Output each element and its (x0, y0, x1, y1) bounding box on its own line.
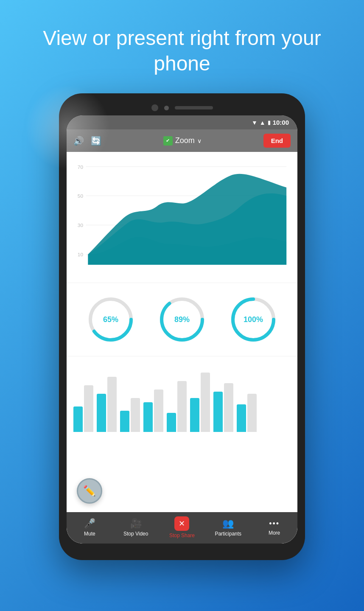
mute-label: Mute (84, 531, 95, 537)
nav-item-more[interactable]: ••• More (258, 519, 291, 536)
mute-icon: 🎤 (84, 518, 95, 529)
donut-section: 65% 89% 100% (67, 286, 297, 353)
svg-text:30: 30 (78, 222, 84, 228)
nav-item-mute[interactable]: 🎤 Mute (73, 518, 106, 537)
bar-gray (201, 373, 210, 432)
section-divider (67, 283, 297, 283)
bar-chart (73, 364, 291, 432)
bar-group-1 (73, 385, 93, 432)
participants-label: Participants (215, 531, 241, 537)
donut-chart-100: 100% (228, 294, 279, 345)
bar-gray (224, 383, 233, 432)
bar-chart-section: ✏️ (67, 360, 297, 512)
bar-group-4 (143, 390, 163, 432)
nav-item-stop-video[interactable]: 🎥 Stop Video (119, 518, 153, 537)
camera-flip-icon[interactable]: 🔄 (91, 136, 101, 146)
svg-text:10: 10 (78, 252, 84, 258)
bar-gray (177, 381, 187, 432)
phone-camera-small (164, 106, 169, 110)
bottom-nav: 🎤 Mute 🎥 Stop Video ✕ Stop Share (67, 512, 297, 544)
more-label: More (269, 530, 280, 536)
donut-chart-89: 89% (157, 294, 207, 345)
video-icon: 🎥 (130, 518, 142, 529)
end-button[interactable]: End (263, 134, 291, 148)
battery-icon: ▮ (268, 119, 271, 126)
bar-group-8 (237, 394, 257, 432)
bar-gray (154, 390, 163, 432)
speaker-icon[interactable]: 🔊 (73, 136, 84, 146)
meeting-toolbar: 🔊 🔄 ✔ Zoom ∨ End (67, 129, 297, 152)
status-time: 10:00 (273, 119, 289, 126)
bar-gray (107, 377, 117, 432)
bar-teal (167, 413, 176, 432)
bar-teal (143, 402, 153, 432)
bar-group-6 (190, 373, 210, 432)
zoom-brand[interactable]: ✔ Zoom ∨ (163, 136, 202, 146)
phone-screen: ▼ ▲ ▮ 10:00 🔊 🔄 ✔ Zoom ∨ End 70 (67, 115, 297, 544)
bar-group-3 (120, 398, 140, 432)
bar-teal (73, 406, 83, 432)
wifi-icon: ▼ (252, 119, 258, 126)
phone-frame: ▼ ▲ ▮ 10:00 🔊 🔄 ✔ Zoom ∨ End 70 (59, 93, 305, 560)
chevron-down-icon: ∨ (197, 137, 202, 144)
participants-icon: 👥 (222, 518, 234, 529)
bar-teal (97, 394, 106, 432)
edit-fab-button[interactable]: ✏️ (77, 478, 102, 504)
stop-share-label: Stop Share (169, 533, 195, 538)
pencil-icon: ✏️ (83, 485, 96, 497)
area-chart-svg: 70 50 30 10 (73, 156, 291, 277)
zoom-label: Zoom (175, 136, 195, 145)
stop-share-icon-wrap: ✕ (174, 516, 189, 531)
bar-gray (247, 394, 257, 432)
stop-share-icon: ✕ (179, 519, 185, 528)
area-chart: 70 50 30 10 (67, 152, 297, 279)
bar-gray (84, 385, 93, 432)
status-bar: ▼ ▲ ▮ 10:00 (67, 115, 297, 129)
donut-chart-65: 65% (85, 294, 136, 345)
hero-title: View or present right from your phone (0, 25, 364, 76)
nav-item-stop-share[interactable]: ✕ Stop Share (165, 516, 199, 538)
donut-label-89: 89% (174, 315, 190, 324)
bar-group-7 (213, 383, 233, 432)
phone-speaker (175, 106, 213, 109)
more-icon: ••• (269, 519, 280, 528)
phone-top-hardware (67, 101, 297, 115)
bar-gray (131, 398, 140, 432)
bar-teal (237, 404, 246, 432)
bar-teal (190, 398, 199, 432)
stop-video-label: Stop Video (123, 531, 148, 537)
zoom-shield-icon: ✔ (163, 136, 173, 146)
signal-icon: ▲ (260, 119, 266, 126)
svg-text:50: 50 (78, 193, 84, 199)
bar-group-2 (97, 377, 117, 432)
donut-label-100: 100% (244, 315, 263, 324)
content-area: 70 50 30 10 (67, 152, 297, 544)
status-icons: ▼ ▲ ▮ 10:00 (252, 119, 289, 126)
svg-text:70: 70 (78, 164, 84, 170)
bar-teal (213, 392, 223, 432)
donut-label-65: 65% (103, 315, 118, 324)
bar-group-5 (167, 381, 187, 432)
phone-camera-left (151, 104, 158, 111)
nav-item-participants[interactable]: 👥 Participants (211, 518, 245, 537)
bar-teal (120, 411, 129, 432)
section-divider-2 (67, 356, 297, 356)
